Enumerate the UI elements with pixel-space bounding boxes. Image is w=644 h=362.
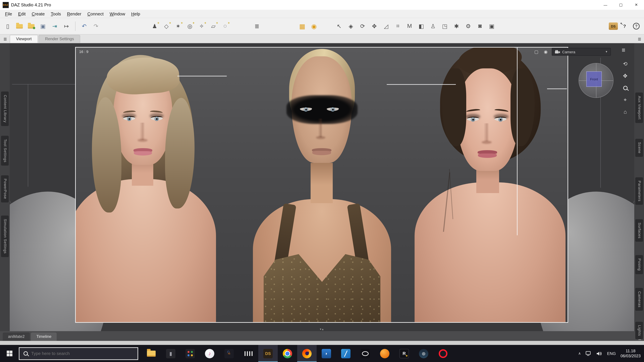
create-figure-button[interactable]: ♟: [150, 21, 160, 31]
sidebar-item-content-library[interactable]: Content Library: [1, 91, 9, 126]
right-pane-menu-icon[interactable]: ≣: [634, 36, 644, 43]
view-cube-front-face[interactable]: Front: [586, 71, 602, 87]
tab-viewport[interactable]: Viewport: [10, 35, 38, 43]
menu-file[interactable]: File: [2, 10, 15, 17]
gear-tool-button[interactable]: ⚙: [463, 21, 473, 31]
network-icon[interactable]: [586, 351, 592, 356]
scale-tool-button[interactable]: ◿: [381, 21, 391, 31]
camera-tool-button[interactable]: ◳: [440, 21, 450, 31]
hidden-icons-chevron[interactable]: ∧: [578, 351, 581, 356]
create-plane-button[interactable]: ▱: [208, 21, 218, 31]
sidebar-item-powerpose[interactable]: PowerPose: [1, 175, 9, 202]
tab-animate2[interactable]: aniMate2: [3, 333, 30, 341]
aspect-frame-icon[interactable]: ▢: [533, 48, 540, 55]
zoom-tool-icon[interactable]: [621, 83, 630, 92]
merge-folder-button[interactable]: [26, 21, 36, 31]
menu-create[interactable]: Create: [29, 10, 48, 17]
clock[interactable]: 11.18 06/03/2023: [620, 349, 641, 359]
viewport-3d[interactable]: 16 : 9 ▢ ◉ Camera ▼ ≣ Front: [10, 43, 634, 331]
taskbar-app-rockstar[interactable]: R: [394, 345, 414, 362]
new-file-button[interactable]: ▯: [3, 21, 13, 31]
start-button[interactable]: [0, 345, 19, 362]
measure-tool-button[interactable]: M: [404, 21, 414, 31]
iray-preview-button[interactable]: ◉: [309, 21, 319, 31]
scene-list-button[interactable]: ≣: [252, 21, 262, 31]
taskbar-app-opera[interactable]: [433, 345, 453, 362]
frame-tool-icon[interactable]: ⌖: [621, 95, 630, 104]
import-button[interactable]: ⇥: [50, 21, 60, 31]
close-button[interactable]: ✕: [628, 0, 644, 10]
snapshot-camera-button[interactable]: ▣: [487, 21, 497, 31]
orbit-tool-icon[interactable]: ⟲: [621, 59, 630, 68]
taskbar-app-media[interactable]: ▮: [161, 345, 180, 362]
whats-this-help-button[interactable]: ?: [620, 21, 630, 31]
camera-selector-dropdown[interactable]: Camera ▼: [552, 48, 611, 56]
create-camera-button[interactable]: ◎: [185, 21, 195, 31]
viewport-collapse-handle[interactable]: ▾▴: [320, 328, 324, 331]
export-button[interactable]: ↦: [62, 21, 72, 31]
help-button[interactable]: ?: [631, 21, 641, 31]
menu-help[interactable]: Help: [128, 10, 143, 17]
menu-tools[interactable]: Tools: [48, 10, 64, 17]
rotate-tool-button[interactable]: ⟳: [358, 21, 368, 31]
menu-render[interactable]: Render: [64, 10, 84, 17]
pan-tool-icon[interactable]: ✥: [621, 71, 630, 80]
left-pane-menu-icon[interactable]: ≣: [0, 36, 10, 43]
taskbar-app-blue-angular[interactable]: [336, 345, 356, 362]
save-button[interactable]: ▣: [38, 21, 48, 31]
search-input[interactable]: [31, 351, 134, 356]
taskbar-search[interactable]: [19, 347, 138, 360]
home-view-icon[interactable]: ⌂: [621, 108, 630, 116]
volume-icon[interactable]: [596, 351, 602, 356]
taskbar-app-firefox[interactable]: [297, 345, 317, 362]
tab-timeline[interactable]: Timeline: [31, 333, 57, 341]
sidebar-item-aux-viewport[interactable]: Aux Viewport: [635, 92, 643, 123]
node-selection-tool-button[interactable]: ↖: [334, 21, 344, 31]
tab-render-settings[interactable]: Render Settings: [39, 35, 80, 43]
taskbar-app-audacity[interactable]: ≈: [219, 345, 239, 362]
render-camera-button[interactable]: ◙: [475, 21, 485, 31]
sidebar-item-parameters[interactable]: Parameters: [635, 177, 643, 205]
create-spotlight-button[interactable]: ✧: [196, 21, 206, 31]
sidebar-item-lights[interactable]: Lights: [635, 322, 643, 339]
spot-render-tool-button[interactable]: ✱: [452, 21, 462, 31]
taskbar-app-blue[interactable]: ◗: [317, 345, 336, 362]
surface-selection-tool-button[interactable]: ◧: [416, 21, 426, 31]
taskbar-app-steam[interactable]: ⊛: [414, 345, 433, 362]
undo-button[interactable]: ↶: [79, 21, 89, 31]
taskbar-app-file-explorer[interactable]: [142, 345, 161, 362]
viewport-pane-menu-icon[interactable]: ≣: [622, 47, 626, 53]
create-prop-button[interactable]: ◇: [161, 21, 172, 31]
taskbar-app-piano[interactable]: [239, 345, 258, 362]
create-null-button[interactable]: ◌: [220, 21, 230, 31]
figure-selection-tool-button[interactable]: ♙: [428, 21, 438, 31]
sidebar-item-cameras[interactable]: Cameras: [635, 288, 643, 311]
sidebar-item-surfaces[interactable]: Surfaces: [635, 219, 643, 242]
redo-button[interactable]: ↷: [91, 21, 101, 31]
geometry-editor-tool-button[interactable]: ◈: [346, 21, 356, 31]
taskbar-app-chrome[interactable]: [278, 345, 297, 362]
maximize-button[interactable]: ▢: [613, 0, 628, 10]
taskbar-app-daz-studio[interactable]: DS: [258, 345, 278, 362]
menu-edit[interactable]: Edit: [15, 10, 29, 17]
sidebar-item-tool-settings[interactable]: Tool Settings: [1, 136, 9, 166]
menu-connect[interactable]: Connect: [84, 10, 107, 17]
taskbar-app-oval[interactable]: [356, 345, 375, 362]
camera-view-icon[interactable]: ◉: [542, 48, 549, 55]
create-light-button[interactable]: ✶: [173, 21, 183, 31]
sidebar-item-simulation-settings[interactable]: Simulation Settings: [1, 216, 9, 257]
universal-tool-button[interactable]: ✥: [369, 21, 379, 31]
render-button[interactable]: ▦: [297, 21, 307, 31]
daz-home-button[interactable]: DS: [609, 22, 618, 30]
taskbar-app-photos[interactable]: [180, 345, 200, 362]
view-orientation-cube[interactable]: Front: [578, 63, 614, 98]
joint-editor-tool-button[interactable]: ⌗: [393, 21, 403, 31]
minimize-button[interactable]: —: [598, 0, 613, 10]
open-folder-button[interactable]: [14, 21, 24, 31]
language-indicator[interactable]: ENG: [607, 351, 616, 356]
sidebar-item-posing[interactable]: Posing: [635, 255, 643, 274]
menu-window[interactable]: Window: [107, 10, 128, 17]
sidebar-item-scene[interactable]: Scene: [635, 139, 643, 157]
taskbar-app-itunes[interactable]: ♪: [200, 345, 219, 362]
taskbar-app-orange[interactable]: [375, 345, 394, 362]
